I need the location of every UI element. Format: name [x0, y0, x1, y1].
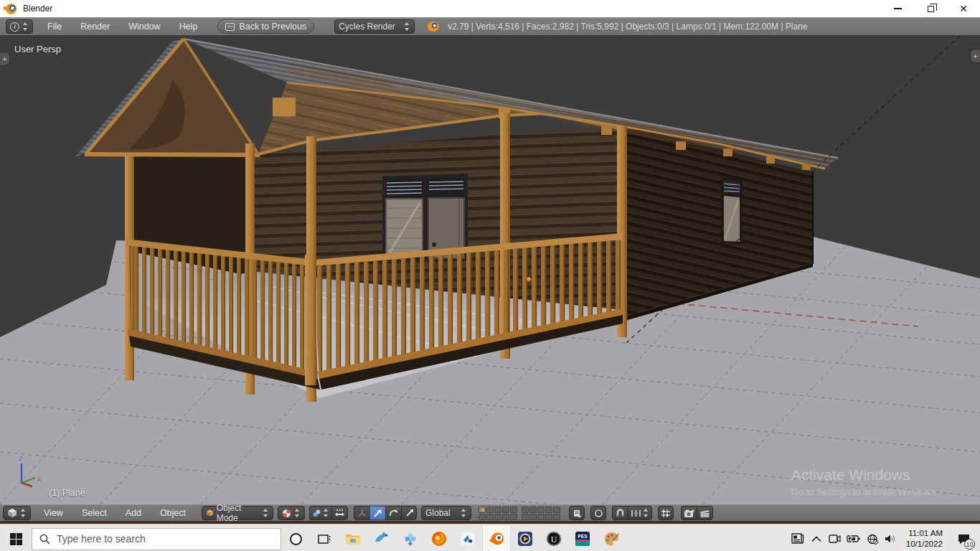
manipulator-center-icon	[334, 509, 345, 518]
tray-overflow-button[interactable]	[809, 528, 824, 550]
layers-grid-2[interactable]	[522, 507, 560, 520]
battery-status[interactable]	[846, 528, 862, 550]
back-to-previous-button[interactable]: ⇦ Back to Previous	[217, 19, 314, 34]
updown-arrows-icon	[323, 509, 329, 517]
taskbar-app-paint[interactable]	[597, 524, 626, 551]
close-button[interactable]: ✕	[947, 0, 980, 17]
menu-help[interactable]: Help	[171, 22, 207, 32]
start-icon	[10, 533, 22, 545]
cortana-button[interactable]	[281, 533, 310, 545]
threeds-app-icon	[459, 530, 476, 547]
search-placeholder: Type here to search	[57, 533, 146, 545]
translate-manipulator-toggle[interactable]	[369, 506, 385, 520]
proportional-edit-icon	[594, 509, 603, 518]
railing-corner-post	[305, 255, 316, 385]
door-knob	[432, 242, 436, 247]
expand-region-tab-right[interactable]: +	[970, 49, 980, 63]
active-object-label: (1) Plane	[49, 488, 85, 498]
viewport-shading-icon	[282, 509, 291, 518]
unreal-engine-icon: U	[545, 530, 562, 547]
taskbar-app-pes2021[interactable]: PES	[568, 524, 597, 551]
side-window	[721, 177, 743, 245]
opengl-render-button[interactable]	[681, 506, 697, 520]
pivot-point-select[interactable]	[309, 506, 331, 520]
taskbar-app-firefox[interactable]	[425, 524, 453, 551]
system-tray: 11:01 AM 10/1/2022 10	[790, 527, 980, 551]
editor-type-selector[interactable]: i	[6, 19, 33, 34]
firefox-icon	[430, 530, 448, 547]
task-view-button[interactable]	[310, 524, 339, 551]
news-widget-button[interactable]	[790, 528, 806, 550]
layers-grid-1[interactable]	[479, 507, 517, 520]
ppsspp-icon	[402, 530, 419, 547]
taskbar-app-media-player[interactable]	[511, 524, 540, 551]
blender-icon	[488, 530, 506, 548]
network-status[interactable]	[864, 528, 880, 550]
taskbar-app-file-explorer[interactable]	[339, 524, 367, 551]
taskbar-app-blender[interactable]	[482, 524, 511, 551]
menu-render[interactable]: Render	[72, 22, 118, 32]
opengl-render-animation-button[interactable]	[697, 506, 713, 520]
windows-taskbar: Type here to search	[0, 524, 980, 551]
opengl-render-icon	[684, 509, 694, 518]
pes2021-icon: PES	[574, 530, 591, 547]
scene-lock-toggle[interactable]	[569, 506, 585, 520]
menu-file[interactable]: File	[39, 22, 70, 32]
roof-rafter	[273, 98, 296, 116]
taskbar-app-ppsspp[interactable]	[396, 524, 425, 551]
restore-button[interactable]	[914, 0, 947, 17]
updown-arrows-icon	[294, 509, 301, 517]
chevron-up-icon	[811, 536, 821, 542]
rotate-manipulator-icon	[389, 509, 398, 518]
taskbar-search[interactable]: Type here to search	[32, 528, 281, 550]
taskbar-app-3d-tool[interactable]	[453, 524, 482, 551]
menu-window[interactable]: Window	[120, 22, 169, 32]
layer-cell[interactable]	[479, 507, 486, 513]
view-name-label: User Persp	[14, 44, 61, 55]
axis-x-label: x	[37, 474, 42, 483]
svg-text:U: U	[551, 534, 557, 545]
menu-object[interactable]: Object	[151, 508, 194, 518]
transform-orientation-select[interactable]: Global	[421, 506, 471, 520]
taskbar-app-dolphin[interactable]	[367, 524, 396, 551]
minimize-button[interactable]	[881, 0, 914, 17]
action-center-button[interactable]: 10	[951, 527, 976, 551]
blender-window: Blender ✕ i File Render Window Help ⇦ Ba…	[0, 0, 980, 551]
pivot-point-icon	[312, 509, 321, 518]
file-explorer-icon	[344, 530, 362, 547]
updown-arrows-icon	[643, 509, 649, 517]
manipulator-toggle[interactable]	[354, 506, 369, 520]
media-player-icon	[517, 530, 534, 547]
3d-viewport[interactable]: z x User Persp (1) Plane + + Activate Wi…	[0, 36, 980, 504]
scale-manipulator-toggle[interactable]	[401, 506, 417, 520]
snap-toggle[interactable]	[612, 506, 628, 520]
blender-app-icon	[6, 4, 17, 14]
manipulator-center-toggle[interactable]	[331, 506, 348, 520]
updown-arrows-icon	[404, 22, 410, 31]
window-title: Blender	[23, 4, 52, 14]
taskbar-clock[interactable]: 11:01 AM 10/1/2022	[902, 528, 948, 550]
proportional-edit-select[interactable]	[590, 506, 606, 520]
minimize-icon	[894, 8, 902, 9]
render-engine-select[interactable]: Cycles Render	[334, 19, 415, 34]
mode-select[interactable]: Object Mode	[202, 506, 273, 520]
menu-view[interactable]: View	[35, 508, 72, 518]
expand-region-tab-left[interactable]: +	[0, 52, 10, 66]
volume-control[interactable]	[883, 528, 899, 550]
menu-add[interactable]: Add	[117, 508, 150, 518]
rotate-manipulator-toggle[interactable]	[385, 506, 401, 520]
snap-grid-toggle[interactable]	[658, 506, 674, 520]
start-button[interactable]	[0, 524, 32, 551]
front-window	[382, 175, 426, 260]
3d-view-header: View Select Add Object Object Mode	[0, 504, 980, 522]
snap-element-select[interactable]	[628, 506, 652, 520]
scale-manipulator-icon	[405, 509, 414, 518]
meet-now-button[interactable]	[827, 528, 843, 550]
editor-type-selector[interactable]	[3, 506, 31, 520]
opengl-animation-icon	[699, 509, 710, 518]
3d-scene-canvas[interactable]: z x	[0, 36, 980, 504]
viewport-shading-select[interactable]	[278, 506, 305, 520]
taskbar-app-unreal[interactable]: U	[540, 524, 568, 551]
menu-select[interactable]: Select	[73, 508, 116, 518]
search-icon	[39, 534, 50, 545]
